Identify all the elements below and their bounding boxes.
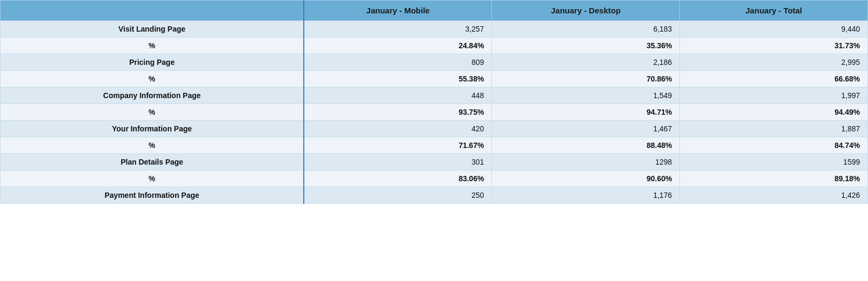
row-label: Visit Landing Page xyxy=(1,21,304,38)
row-total: 31.73% xyxy=(680,38,868,54)
row-total: 9,440 xyxy=(680,21,868,38)
header-desktop: January - Desktop xyxy=(492,1,680,21)
row-mobile: 250 xyxy=(304,187,492,204)
row-mobile: 809 xyxy=(304,54,492,71)
row-desktop: 1298 xyxy=(492,154,680,171)
table-row: Company Information Page4481,5491,997 xyxy=(1,87,868,104)
table-row: %93.75%94.71%94.49% xyxy=(1,104,868,121)
table-row: Your Information Page4201,4671,887 xyxy=(1,121,868,137)
row-label: Plan Details Page xyxy=(1,154,304,171)
row-mobile: 83.06% xyxy=(304,171,492,187)
row-total: 1,426 xyxy=(680,187,868,204)
row-mobile: 24.84% xyxy=(304,38,492,54)
row-total: 84.74% xyxy=(680,137,868,154)
row-label: Company Information Page xyxy=(1,87,304,104)
row-label: % xyxy=(1,137,304,154)
row-total: 94.49% xyxy=(680,104,868,121)
row-label: % xyxy=(1,104,304,121)
row-total: 66.68% xyxy=(680,71,868,87)
row-desktop: 90.60% xyxy=(492,171,680,187)
header-mobile: January - Mobile xyxy=(304,1,492,21)
row-desktop: 2,186 xyxy=(492,54,680,71)
row-label: Payment Information Page xyxy=(1,187,304,204)
row-desktop: 1,467 xyxy=(492,121,680,137)
row-desktop: 6,183 xyxy=(492,21,680,38)
row-mobile: 71.67% xyxy=(304,137,492,154)
row-desktop: 88.48% xyxy=(492,137,680,154)
main-container: January - Mobile January - Desktop Janua… xyxy=(0,0,868,281)
header-total: January - Total xyxy=(680,1,868,21)
row-mobile: 3,257 xyxy=(304,21,492,38)
row-total: 2,995 xyxy=(680,54,868,71)
row-mobile: 55.38% xyxy=(304,71,492,87)
row-mobile: 420 xyxy=(304,121,492,137)
row-total: 1,887 xyxy=(680,121,868,137)
table-body: Visit Landing Page3,2576,1839,440%24.84%… xyxy=(1,21,868,204)
row-label: % xyxy=(1,71,304,87)
row-mobile: 448 xyxy=(304,87,492,104)
row-mobile: 301 xyxy=(304,154,492,171)
row-label: % xyxy=(1,38,304,54)
row-label: Your Information Page xyxy=(1,121,304,137)
row-total: 1,997 xyxy=(680,87,868,104)
row-desktop: 35.36% xyxy=(492,38,680,54)
funnel-table: January - Mobile January - Desktop Janua… xyxy=(0,0,868,204)
table-row: Payment Information Page2501,1761,426 xyxy=(1,187,868,204)
table-row: Visit Landing Page3,2576,1839,440 xyxy=(1,21,868,38)
header-row: January - Mobile January - Desktop Janua… xyxy=(1,1,868,21)
row-desktop: 94.71% xyxy=(492,104,680,121)
row-label: Pricing Page xyxy=(1,54,304,71)
table-row: Pricing Page8092,1862,995 xyxy=(1,54,868,71)
row-total: 1599 xyxy=(680,154,868,171)
row-total: 89.18% xyxy=(680,171,868,187)
row-desktop: 1,176 xyxy=(492,187,680,204)
table-row: %83.06%90.60%89.18% xyxy=(1,171,868,187)
table-row: %24.84%35.36%31.73% xyxy=(1,38,868,54)
header-label xyxy=(1,1,304,21)
row-mobile: 93.75% xyxy=(304,104,492,121)
table-row: %55.38%70.86%66.68% xyxy=(1,71,868,87)
row-desktop: 1,549 xyxy=(492,87,680,104)
row-desktop: 70.86% xyxy=(492,71,680,87)
row-label: % xyxy=(1,171,304,187)
table-row: %71.67%88.48%84.74% xyxy=(1,137,868,154)
table-row: Plan Details Page30112981599 xyxy=(1,154,868,171)
